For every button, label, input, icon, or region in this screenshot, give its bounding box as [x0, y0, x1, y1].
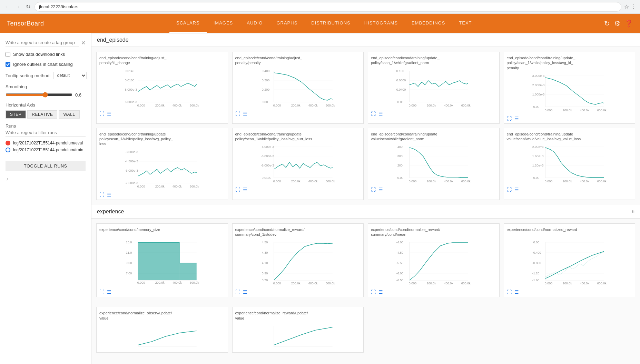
svg-text:600.0k: 600.0k [597, 180, 607, 183]
nav-graphs[interactable]: GRAPHS [269, 14, 304, 33]
tag-group-input[interactable] [6, 39, 79, 47]
menu-button[interactable]: ☰ [107, 289, 111, 295]
back-button[interactable]: ← [3, 3, 11, 11]
browser-bar: ← → ↻ jlocal:2222/#scalars ☆ ⋮ [0, 0, 640, 14]
chart-title: experience/cond/cond/memory_size [99, 227, 225, 237]
svg-text:0.000: 0.000 [273, 104, 281, 107]
chart-normalize-reward-update: experience/cond/normalize_reward/update/… [232, 307, 364, 353]
nav-histograms[interactable]: HISTOGRAMS [357, 14, 405, 33]
bookmark-icon[interactable]: ☆ [624, 3, 629, 10]
svg-text:-4.000e-3: -4.000e-3 [260, 145, 274, 149]
svg-text:-4.500e-3: -4.500e-3 [125, 160, 138, 163]
show-data-links-checkbox[interactable] [6, 52, 10, 57]
tooltip-select[interactable]: default ascending descending nearest [53, 72, 87, 79]
svg-text:0.400: 0.400 [262, 69, 269, 73]
settings-icon[interactable]: ⚙ [614, 19, 620, 28]
smoothing-section: Smoothing 0.6 [6, 84, 86, 98]
menu-button[interactable]: ☰ [107, 111, 111, 117]
svg-text:600.0k: 600.0k [190, 281, 199, 284]
nav-scalars[interactable]: SCALARS [169, 14, 207, 33]
main-content: end_episode end_episode/cond/cond/traini… [91, 33, 640, 364]
relative-button[interactable]: RELATIVE [27, 110, 57, 119]
menu-button[interactable]: ☰ [378, 289, 383, 295]
runs-filter-input[interactable] [6, 129, 86, 137]
svg-text:600.0k: 600.0k [190, 185, 199, 188]
expand-button[interactable]: ⛶ [371, 187, 376, 192]
help-icon[interactable]: ❓ [624, 19, 633, 28]
nav-audio[interactable]: AUDIO [240, 14, 269, 33]
menu-button[interactable]: ☰ [243, 111, 247, 117]
svg-text:-6.000e-3: -6.000e-3 [260, 154, 274, 158]
run-label-eval: log/20171022T155144-pendulum/eval [13, 141, 83, 145]
expand-button[interactable]: ⛶ [507, 187, 512, 192]
chart-svg: 400 300 200 0.00 0.000 200.0k 400.0k 600… [371, 143, 496, 185]
tag-header-end-episode: end_episode [91, 33, 640, 47]
menu-button[interactable]: ☰ [378, 111, 383, 117]
menu-button[interactable]: ☰ [514, 289, 519, 295]
svg-text:200.0k: 200.0k [427, 180, 436, 183]
menu-button[interactable]: ☰ [243, 289, 247, 295]
expand-button[interactable]: ⛶ [99, 192, 104, 198]
expand-button[interactable]: ⛶ [99, 289, 104, 295]
svg-text:200.0k: 200.0k [291, 180, 301, 183]
menu-button[interactable]: ☰ [378, 187, 383, 192]
expand-button[interactable]: ⛶ [235, 111, 240, 117]
close-icon[interactable]: ✕ [81, 40, 86, 46]
svg-text:200.0k: 200.0k [155, 185, 165, 188]
ignore-outliers-checkbox[interactable] [6, 62, 10, 67]
svg-text:0.0800: 0.0800 [396, 79, 406, 82]
svg-text:0.000: 0.000 [273, 282, 281, 285]
svg-text:0.000: 0.000 [544, 180, 552, 183]
svg-text:1.60e+3: 1.60e+3 [532, 154, 543, 158]
menu-button[interactable]: ☰ [107, 192, 111, 198]
svg-text:0.0400: 0.0400 [396, 88, 406, 91]
svg-text:400: 400 [397, 145, 403, 149]
svg-text:7.00: 7.00 [126, 272, 132, 275]
h-axis-btns: STEP RELATIVE WALL [6, 110, 86, 119]
svg-text:200.0k: 200.0k [562, 109, 572, 112]
charts-grid-experience: experience/cond/cond/memory_size 13.0 11… [91, 219, 640, 302]
nav-images[interactable]: IMAGES [207, 14, 240, 33]
chart-stddev: experience/cond/cond/normalize_reward/su… [232, 223, 364, 297]
wall-button[interactable]: WALL [59, 110, 79, 119]
chart-normalize-observ: experience/cond/normalize_observ/update/… [96, 307, 228, 353]
nav-embeddings[interactable]: EMBEDDINGS [405, 14, 452, 33]
svg-text:400.0k: 400.0k [173, 281, 182, 284]
chart-svg [99, 323, 225, 350]
chart-title: end_episode/cond/cond/training/update_po… [371, 55, 496, 65]
svg-text:0.000: 0.000 [137, 281, 145, 284]
expand-button[interactable]: ⛶ [507, 116, 512, 121]
url-bar[interactable]: jlocal:2222/#scalars [35, 2, 621, 12]
expand-button[interactable]: ⛶ [235, 187, 240, 192]
ignore-outliers-row: Ignore outliers in chart scaling [6, 62, 86, 67]
svg-text:400.0k: 400.0k [580, 282, 589, 285]
expand-button[interactable]: ⛶ [371, 289, 376, 295]
reload-button[interactable]: ↻ [24, 3, 32, 11]
chart-actions: ⛶ ☰ [235, 289, 361, 295]
chart-title: end_episode/cond/cond/training/update_po… [235, 132, 361, 142]
menu-icon[interactable]: ⋮ [631, 3, 637, 10]
charts-grid-experience-bottom: experience/cond/normalize_observ/update/… [91, 302, 640, 357]
nav-text[interactable]: TEXT [452, 14, 479, 33]
step-button[interactable]: STEP [6, 110, 26, 119]
menu-button[interactable]: ☰ [514, 187, 519, 192]
toggle-all-button[interactable]: TOGGLE ALL RUNS [6, 161, 86, 171]
refresh-icon[interactable]: ↻ [604, 19, 610, 28]
tooltip-row: Tooltip sorting method: default ascendin… [6, 72, 86, 79]
forward-button[interactable]: → [14, 3, 21, 11]
menu-button[interactable]: ☰ [514, 116, 519, 121]
menu-button[interactable]: ☰ [243, 187, 247, 192]
svg-text:0.0140: 0.0140 [125, 69, 135, 73]
chart-title: end_episode/cond/cond/training/update_va… [507, 132, 632, 142]
expand-button[interactable]: ⛶ [99, 111, 104, 117]
smoothing-slider[interactable] [6, 92, 72, 98]
svg-text:600.0k: 600.0k [325, 282, 335, 285]
svg-text:0.00: 0.00 [533, 241, 539, 244]
nav-distributions[interactable]: DISTRIBUTIONS [304, 14, 357, 33]
chart-svg: 2.00e+3 1.60e+3 1.20e+3 0.00 0.000 200.0… [507, 143, 632, 185]
chart-memory-size: experience/cond/cond/memory_size 13.0 11… [96, 223, 228, 297]
expand-button[interactable]: ⛶ [235, 289, 240, 295]
svg-text:1.20e+3: 1.20e+3 [532, 164, 543, 167]
expand-button[interactable]: ⛶ [371, 111, 376, 117]
expand-button[interactable]: ⛶ [507, 289, 512, 295]
